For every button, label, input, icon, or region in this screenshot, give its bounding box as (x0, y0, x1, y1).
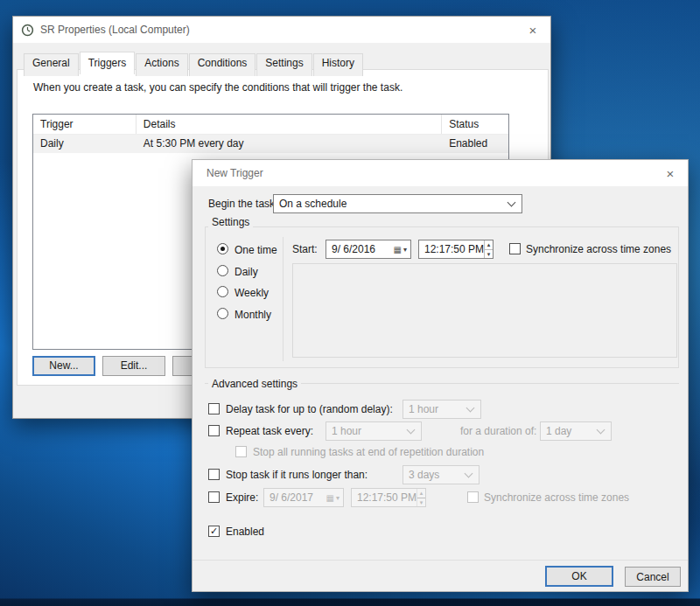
tab-actions[interactable]: Actions (136, 53, 187, 76)
tab-strip: General Triggers Actions Conditions Sett… (24, 52, 364, 75)
chevron-down-icon (508, 199, 516, 207)
radio-weekly-label: Weekly (234, 287, 269, 299)
radio-one-time[interactable] (217, 243, 228, 254)
expire-checkbox[interactable] (208, 491, 220, 503)
new-trigger-button[interactable]: New... (32, 356, 95, 376)
repeat-checkbox[interactable] (208, 425, 220, 436)
duration-label: for a duration of: (460, 425, 536, 437)
cell-status: Enabled (442, 135, 508, 153)
spinner-arrows: ▴ ▾ (416, 489, 425, 506)
spin-down-icon: ▾ (417, 498, 425, 507)
expire-sync-label: Synchronize across time zones (484, 491, 629, 504)
radio-monthly-label: Monthly (234, 309, 271, 321)
begin-task-value: On a schedule (279, 198, 505, 210)
settings-group-label: Settings (208, 216, 253, 228)
stop-task-value: 3 days (409, 469, 462, 481)
cell-trigger: Daily (33, 135, 136, 153)
repeat-select: 1 hour (326, 421, 422, 441)
sync-timezones-checkbox[interactable] (509, 243, 521, 254)
dialog-close-icon[interactable]: × (653, 160, 688, 186)
start-date-picker[interactable]: 9/ 6/2016 ▦ ▾ (326, 240, 411, 259)
advanced-group-label: Advanced settings (208, 378, 301, 390)
task-scheduler-icon (21, 24, 34, 37)
stop-task-label: Stop task if it runs longer than: (226, 469, 368, 481)
ok-button[interactable]: OK (545, 566, 613, 587)
close-icon[interactable]: × (515, 17, 550, 43)
duration-value: 1 day (546, 425, 594, 437)
radio-weekly[interactable] (217, 286, 228, 297)
triggers-description: When you create a task, you can specify … (33, 81, 537, 94)
properties-window-title: SR Properties (Local Computer) (40, 24, 190, 36)
cell-details: At 5:30 PM every day (136, 135, 442, 153)
start-time-value: 12:17:50 PM (419, 240, 484, 258)
expire-label: Expire: (226, 491, 258, 504)
expire-sync-checkbox (467, 491, 479, 503)
repeat-label: Repeat task every: (226, 425, 313, 437)
radio-daily[interactable] (217, 265, 228, 276)
expire-time-value: 12:17:50 PM (352, 489, 416, 506)
enabled-checkbox[interactable]: ✓ (208, 526, 220, 537)
start-label: Start: (292, 243, 318, 255)
start-date-value: 9/ 6/2016 (332, 243, 390, 255)
column-header-trigger[interactable]: Trigger (33, 115, 136, 134)
column-header-details[interactable]: Details (136, 115, 442, 134)
spin-up-icon: ▴ (417, 489, 425, 498)
begin-task-select[interactable]: On a schedule (273, 194, 522, 213)
tab-triggers[interactable]: Triggers (80, 52, 136, 74)
expire-date-picker: 9/ 6/2017 ▦ ▾ (263, 488, 344, 507)
begin-task-label: Begin the task: (208, 198, 277, 210)
radio-one-time-label: One time (234, 244, 277, 256)
dialog-footer: OK Cancel (192, 560, 688, 591)
column-header-status[interactable]: Status (442, 115, 508, 134)
tab-general[interactable]: General (24, 53, 79, 76)
expire-time-spinner: 12:17:50 PM ▴ ▾ (351, 488, 426, 507)
stop-all-checkbox (235, 446, 247, 457)
edit-trigger-button[interactable]: Edit... (102, 356, 165, 376)
tab-history[interactable]: History (313, 53, 363, 76)
tab-conditions[interactable]: Conditions (189, 53, 256, 76)
chevron-down-icon (465, 470, 473, 478)
calendar-icon: ▦ (326, 493, 334, 503)
radio-daily-label: Daily (234, 266, 258, 278)
expire-date-value: 9/ 6/2017 (270, 491, 323, 504)
spin-down-icon[interactable]: ▾ (485, 250, 493, 259)
delay-checkbox[interactable] (208, 403, 220, 414)
date-dropdown-icon: ▾ (336, 494, 340, 502)
enabled-label: Enabled (226, 526, 264, 538)
delay-select: 1 hour (402, 400, 481, 419)
repeat-value: 1 hour (332, 425, 404, 437)
chevron-down-icon (407, 426, 416, 435)
duration-select: 1 day (540, 421, 612, 441)
chevron-down-icon (597, 426, 606, 435)
dialog-titlebar: New Trigger × (192, 160, 688, 186)
date-dropdown-icon: ▾ (403, 246, 407, 254)
start-time-spinner[interactable]: 12:17:50 PM ▴ ▾ (418, 240, 494, 259)
delay-value: 1 hour (409, 403, 464, 415)
delay-label: Delay task for up to (random delay): (226, 403, 393, 415)
spin-up-icon[interactable]: ▴ (485, 240, 493, 250)
dialog-title: New Trigger (206, 167, 263, 179)
radio-monthly[interactable] (217, 308, 228, 319)
schedule-detail-panel (292, 263, 677, 358)
triggers-list-header: Trigger Details Status (33, 115, 508, 135)
cancel-button[interactable]: Cancel (625, 567, 681, 587)
table-row[interactable]: Daily At 5:30 PM every day Enabled (33, 135, 508, 153)
new-trigger-dialog: New Trigger × Begin the task: On a sched… (192, 159, 689, 592)
settings-divider (283, 237, 284, 361)
stop-task-select: 3 days (402, 465, 480, 484)
spinner-arrows[interactable]: ▴ ▾ (484, 240, 493, 258)
stop-task-checkbox[interactable] (208, 469, 220, 480)
properties-titlebar: SR Properties (Local Computer) × (13, 17, 550, 43)
chevron-down-icon (466, 404, 475, 413)
sync-timezones-label: Synchronize across time zones (526, 243, 671, 255)
stop-all-label: Stop all running tasks at end of repetit… (253, 446, 484, 458)
calendar-icon: ▦ (394, 245, 402, 254)
desktop-wallpaper: SR Properties (Local Computer) × General… (0, 0, 700, 606)
check-icon: ✓ (210, 526, 218, 536)
tab-settings[interactable]: Settings (256, 53, 312, 76)
